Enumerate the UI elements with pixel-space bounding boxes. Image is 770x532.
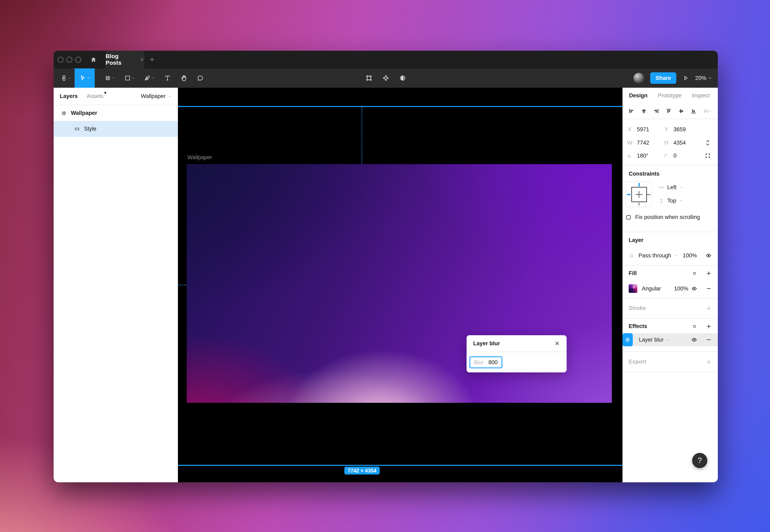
chevron-down-icon[interactable] xyxy=(151,76,155,80)
tab-prototype[interactable]: Prototype xyxy=(658,92,682,99)
new-tab-button[interactable] xyxy=(144,51,160,68)
layer-visibility-toggle[interactable] xyxy=(705,252,712,259)
help-button[interactable]: ? xyxy=(692,453,707,468)
blend-mode-row: Pass through 100% xyxy=(622,250,718,261)
present-button[interactable] xyxy=(682,68,689,88)
tab-inspect[interactable]: Inspect xyxy=(692,92,710,99)
align-top-button[interactable] xyxy=(666,108,672,114)
horizontal-constraint-select[interactable]: Left xyxy=(659,184,683,191)
comment-tool-button[interactable] xyxy=(192,68,209,88)
align-vertical-center-button[interactable] xyxy=(678,108,684,114)
figma-menu-button[interactable] xyxy=(58,68,74,88)
fill-swatch[interactable] xyxy=(629,284,637,293)
selection-edge-top[interactable] xyxy=(178,106,622,107)
tab-layers[interactable]: Layers xyxy=(60,93,78,99)
add-effect-button[interactable] xyxy=(706,324,712,329)
remove-effect-button[interactable] xyxy=(706,337,712,343)
add-export-button[interactable] xyxy=(706,359,712,365)
chevron-down-icon[interactable] xyxy=(112,76,115,80)
edit-object-button[interactable] xyxy=(365,68,372,88)
tab-blog-posts[interactable]: Blog Posts xyxy=(106,51,144,68)
blur-amount-input[interactable]: Blur 800 xyxy=(469,356,502,368)
constrain-proportions-toggle[interactable] xyxy=(705,140,718,146)
add-stroke-button[interactable] xyxy=(706,305,712,311)
canvas[interactable]: Wallpaper 7742 × 4354 Layer blur Blur xyxy=(178,88,622,482)
distribute-menu-button[interactable] xyxy=(703,108,712,114)
canvas-frame-label[interactable]: Wallpaper xyxy=(187,154,212,161)
blur-field-label: Blur xyxy=(474,359,483,366)
x-position-field[interactable]: X 5971 xyxy=(622,126,664,133)
create-component-button[interactable] xyxy=(382,68,389,88)
rotation-field[interactable]: 180° xyxy=(622,153,664,159)
align-bottom-button[interactable] xyxy=(690,108,697,114)
share-button[interactable]: Share xyxy=(650,72,676,84)
zoom-menu[interactable]: 20% xyxy=(695,75,712,81)
chevron-down-icon xyxy=(708,76,712,80)
use-as-mask-button[interactable] xyxy=(399,68,406,88)
stroke-section: Stroke xyxy=(622,298,718,319)
close-window-button[interactable] xyxy=(58,57,63,63)
layer-opacity-field[interactable]: 100% xyxy=(683,252,697,259)
maximize-window-button[interactable] xyxy=(75,57,81,63)
text-tool-button[interactable] xyxy=(159,68,176,88)
selection-edge-bottom[interactable] xyxy=(178,465,622,466)
pen-tool-button[interactable] xyxy=(139,68,159,88)
page-selector[interactable]: Wallpaper xyxy=(141,93,172,99)
chevron-down-icon[interactable] xyxy=(132,76,135,80)
layer-title: Layer xyxy=(629,237,712,243)
guide-dashed-vertical xyxy=(362,107,362,164)
effect-styles-button[interactable] xyxy=(692,324,697,329)
hand-tool-button[interactable] xyxy=(176,68,192,88)
tab-design[interactable]: Design xyxy=(629,92,648,99)
fill-row[interactable]: Angular 100% xyxy=(622,283,718,294)
fix-position-row[interactable]: Fix position when scrolling xyxy=(626,214,700,220)
frame-tool-button[interactable] xyxy=(100,68,120,88)
align-horizontal-center-button[interactable] xyxy=(641,108,647,114)
move-tool-button[interactable] xyxy=(75,68,95,88)
effects-title: Effects xyxy=(629,323,647,329)
shape-tool-button[interactable] xyxy=(120,68,139,88)
vertical-constraint-select[interactable]: Top xyxy=(659,198,683,204)
align-right-button[interactable] xyxy=(653,108,659,114)
add-fill-button[interactable] xyxy=(706,271,712,276)
effect-row-layer-blur[interactable]: Layer blur xyxy=(622,333,718,346)
assets-update-dot xyxy=(104,92,106,94)
home-icon[interactable] xyxy=(90,51,97,68)
layers-panel-header: Layers Assets Wallpaper xyxy=(54,88,178,105)
fill-opacity-field[interactable]: 100% xyxy=(674,286,688,292)
close-tab-icon[interactable] xyxy=(139,57,144,62)
width-field[interactable]: W 7742 xyxy=(622,140,664,146)
corner-radius-field[interactable]: 0 xyxy=(664,153,700,159)
layer-name: Wallpaper xyxy=(71,110,97,116)
constraint-left-active[interactable] xyxy=(627,194,631,195)
avatar[interactable] xyxy=(633,73,644,83)
effect-visibility-toggle[interactable] xyxy=(691,337,697,343)
height-field[interactable]: H 4354 xyxy=(664,140,700,146)
y-position-field[interactable]: Y 3659 xyxy=(664,126,700,133)
minimize-window-button[interactable] xyxy=(66,57,72,63)
fill-styles-button[interactable] xyxy=(692,271,697,276)
effect-settings-button[interactable] xyxy=(622,333,633,346)
constraints-widget[interactable] xyxy=(626,181,652,207)
independent-corners-button[interactable] xyxy=(705,153,718,159)
fix-position-label: Fix position when scrolling xyxy=(635,214,700,220)
close-icon[interactable] xyxy=(554,341,560,346)
effect-type-select[interactable]: Layer blur xyxy=(639,337,664,343)
chevron-down-icon xyxy=(680,186,683,189)
layer-row-wallpaper[interactable]: Wallpaper xyxy=(54,105,178,121)
blend-mode-select[interactable]: Pass through xyxy=(639,252,671,259)
fix-position-checkbox[interactable] xyxy=(626,215,631,220)
constraint-right[interactable] xyxy=(647,194,650,195)
constraint-bottom[interactable] xyxy=(639,203,639,206)
dimension-badge: 7742 × 4354 xyxy=(344,467,380,474)
tab-assets[interactable]: Assets xyxy=(87,93,103,99)
constraint-top-active[interactable] xyxy=(639,183,640,187)
chevron-down-icon[interactable] xyxy=(87,76,90,80)
fill-type[interactable]: Angular xyxy=(642,286,661,292)
fill-visibility-toggle[interactable] xyxy=(691,286,697,292)
horizontal-constraint-icon xyxy=(659,185,664,190)
remove-fill-button[interactable] xyxy=(706,286,712,291)
layer-row-style[interactable]: Style xyxy=(54,121,178,137)
expand-corners-icon xyxy=(705,153,711,159)
align-left-button[interactable] xyxy=(628,108,634,114)
